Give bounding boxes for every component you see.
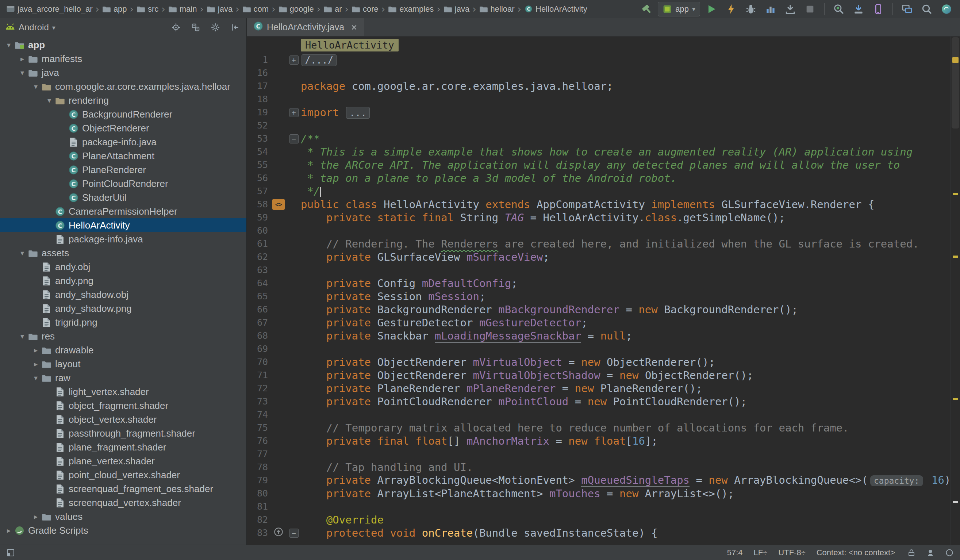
lock-icon[interactable]: [906, 547, 917, 558]
code-line-74[interactable]: 74: [247, 408, 960, 421]
code-line-72[interactable]: 72 private PlaneRenderer mPlaneRenderer …: [247, 382, 960, 395]
code-line-17[interactable]: 17package com.google.ar.core.examples.ja…: [247, 80, 960, 93]
code-text[interactable]: private Config mDefaultConfig;: [301, 277, 518, 290]
tree-item-gradle-scripts[interactable]: ▸Gradle Scripts: [0, 523, 246, 538]
code-text[interactable]: /**: [301, 132, 320, 145]
chevron-down-icon[interactable]: ▾: [17, 68, 27, 77]
tree-item-drawable[interactable]: ▸drawable: [0, 343, 246, 357]
debug-button[interactable]: [742, 2, 759, 17]
tree-item-plane-vertex-shader[interactable]: plane_vertex.shader: [0, 454, 246, 468]
chevron-right-icon[interactable]: ▸: [30, 512, 41, 521]
code-text[interactable]: @Override: [301, 513, 384, 526]
code-line-69[interactable]: 69: [247, 342, 960, 355]
expand-fold-icon[interactable]: +: [290, 56, 299, 65]
chevron-down-icon[interactable]: ▾: [44, 96, 54, 105]
code-line-16[interactable]: 16: [247, 66, 960, 80]
tree-item-helloaractivity[interactable]: CHelloArActivity: [0, 218, 246, 232]
tree-item-point-cloud-vertex-shader[interactable]: point_cloud_vertex.shader: [0, 468, 246, 482]
tree-item-trigrid-png[interactable]: trigrid.png: [0, 315, 246, 329]
tree-item-passthrough-fragment-shader[interactable]: passthrough_fragment.shader: [0, 426, 246, 440]
tree-item-andy-shadow-obj[interactable]: andy_shadow.obj: [0, 288, 246, 302]
code-line-62[interactable]: 62 private GLSurfaceView mSurfaceView;: [247, 250, 960, 264]
hide-panel-button[interactable]: [229, 21, 241, 34]
nav-breadcrumb-helloaractivity[interactable]: CHelloArActivity: [523, 4, 589, 14]
code-text[interactable]: * the ARCore API. The application will d…: [301, 158, 900, 171]
collapse-all-button[interactable]: [189, 21, 202, 34]
code-line-57[interactable]: 57 */: [247, 185, 960, 198]
code-text[interactable]: private GestureDetector mGestureDetector…: [301, 316, 588, 329]
code-text[interactable]: protected void onCreate(Bundle savedInst…: [301, 526, 658, 539]
code-line-66[interactable]: 66 private BackgroundRenderer mBackgroun…: [247, 303, 960, 316]
code-line-68[interactable]: 68 private Snackbar mLoadingMessageSnack…: [247, 329, 960, 342]
code-line-63[interactable]: 63: [247, 264, 960, 277]
line-separator-widget[interactable]: LF÷: [754, 548, 768, 557]
tree-item-backgroundrenderer[interactable]: CBackgroundRenderer: [0, 107, 246, 121]
collapse-fold-icon[interactable]: −: [290, 134, 299, 144]
code-line-53[interactable]: 53−/**: [247, 132, 960, 145]
encoding-widget[interactable]: UTF-8÷: [778, 548, 805, 557]
tree-item-assets[interactable]: ▾assets: [0, 246, 246, 260]
close-tab-icon[interactable]: [351, 24, 357, 30]
code-text[interactable]: private PlaneRenderer mPlaneRenderer = n…: [301, 382, 702, 395]
apply-code-changes-button[interactable]: [782, 2, 798, 17]
expand-fold-icon[interactable]: +: [290, 108, 299, 117]
tree-item-planerenderer[interactable]: CPlaneRenderer: [0, 163, 246, 177]
code-text[interactable]: private PointCloudRenderer mPointCloud =…: [301, 395, 747, 408]
tree-item-pointcloudrenderer[interactable]: CPointCloudRenderer: [0, 177, 246, 190]
nav-breadcrumb-examples[interactable]: examples: [387, 4, 435, 14]
code-line-64[interactable]: 64 private Config mDefaultConfig;: [247, 277, 960, 290]
code-text[interactable]: private static final String TAG = HelloA…: [301, 211, 785, 224]
code-text[interactable]: import ...: [301, 106, 371, 119]
caret-position-widget[interactable]: 57:4: [727, 548, 743, 557]
code-text[interactable]: private ArrayBlockingQueue<MotionEvent> …: [301, 474, 957, 487]
stripe-mark[interactable]: [953, 501, 958, 503]
code-text[interactable]: */: [301, 185, 321, 198]
code-line-18[interactable]: 18: [247, 93, 960, 106]
code-line-1[interactable]: 1+/.../: [247, 53, 960, 66]
code-text[interactable]: private final float[] mAnchorMatrix = ne…: [301, 434, 658, 448]
code-text[interactable]: private Session mSession;: [301, 290, 485, 303]
tree-item-java[interactable]: ▾java: [0, 66, 246, 80]
project-view-selector[interactable]: Android ▾: [5, 22, 56, 32]
code-text[interactable]: private ArrayList<PlaneAttachment> mTouc…: [301, 487, 734, 500]
tree-item-package-info-java[interactable]: package-info.java: [0, 135, 246, 149]
code-text[interactable]: /.../: [301, 53, 337, 67]
code-line-55[interactable]: 55 * the ARCore API. The application wil…: [247, 158, 960, 171]
code-line-58[interactable]: 58<>public class HelloArActivity extends…: [247, 198, 960, 211]
nav-breadcrumb-main[interactable]: main: [167, 4, 198, 14]
related-symbol-icon[interactable]: <>: [272, 199, 285, 210]
nav-breadcrumb-com[interactable]: com: [241, 4, 270, 14]
tree-item-values[interactable]: ▸values: [0, 510, 246, 523]
tree-item-app[interactable]: ▾app: [0, 38, 246, 52]
chevron-down-icon[interactable]: ▾: [17, 332, 27, 341]
code-text[interactable]: // Temporary matrix allocated here to re…: [301, 421, 849, 434]
tree-item-object-vertex-shader[interactable]: object_vertex.shader: [0, 413, 246, 426]
code-line-52[interactable]: 52: [247, 119, 960, 132]
code-line-61[interactable]: 61 // Rendering. The Renderers are creat…: [247, 237, 960, 250]
code-line-75[interactable]: 75 // Temporary matrix allocated here to…: [247, 421, 960, 434]
attach-debugger-button[interactable]: [830, 2, 847, 17]
code-text[interactable]: package com.google.ar.core.examples.java…: [301, 80, 613, 93]
settings-gear-button[interactable]: [209, 21, 222, 34]
code-line-56[interactable]: 56 * tap on a plane to place a 3d model …: [247, 171, 960, 185]
chevron-down-icon[interactable]: ▾: [4, 40, 14, 49]
code-text[interactable]: private ObjectRenderer mVirtualObject = …: [301, 355, 715, 369]
code-line-79[interactable]: 79 private ArrayBlockingQueue<MotionEven…: [247, 474, 960, 487]
tree-item-shaderutil[interactable]: CShaderUtil: [0, 190, 246, 205]
stripe-mark[interactable]: [953, 256, 958, 258]
chevron-down-icon[interactable]: ▾: [30, 82, 41, 91]
code-text[interactable]: * tap on a plane to place a 3d model of …: [301, 171, 677, 185]
code-text[interactable]: private ObjectRenderer mVirtualObjectSha…: [301, 369, 754, 382]
code-line-77[interactable]: 77: [247, 448, 960, 461]
code-line-19[interactable]: 19+import ...: [247, 106, 960, 119]
code-line-82[interactable]: 82 @Override: [247, 513, 960, 526]
apply-changes-button[interactable]: [723, 2, 739, 17]
tree-item-plane-fragment-shader[interactable]: plane_fragment.shader: [0, 440, 246, 454]
code-editor[interactable]: 1+/.../1617package com.google.ar.core.ex…: [247, 53, 960, 545]
sync-button[interactable]: [938, 2, 955, 17]
scroll-from-source-button[interactable]: [170, 21, 182, 34]
tree-item-andy-png[interactable]: andy.png: [0, 274, 246, 288]
scrollbar-thumb[interactable]: [952, 37, 959, 128]
chevron-right-icon[interactable]: ▸: [17, 54, 27, 63]
code-line-70[interactable]: 70 private ObjectRenderer mVirtualObject…: [247, 355, 960, 369]
